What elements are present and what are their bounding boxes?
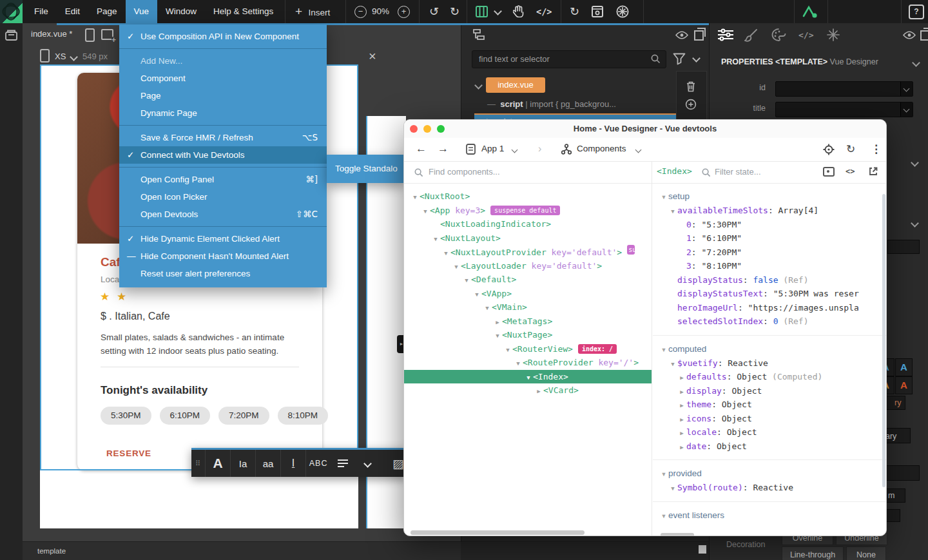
tree-node[interactable]: ▼<NuxtPage> — [404, 328, 652, 342]
state-row[interactable]: displayStatus: false (Ref) — [653, 273, 887, 287]
font-color-swatch[interactable]: A — [895, 376, 913, 394]
decoration-none[interactable]: None — [846, 546, 886, 560]
copy-frames-icon[interactable] — [694, 30, 704, 41]
inspect-target-icon[interactable] — [823, 144, 835, 155]
hand-tool-button[interactable] — [513, 5, 524, 17]
text-style-button-aa[interactable]: aa — [255, 450, 280, 477]
section-chevron[interactable] — [911, 159, 919, 167]
tab-effects-sparkle-icon[interactable] — [827, 28, 840, 41]
app-selector[interactable]: App 1 — [481, 144, 504, 153]
window-titlebar[interactable]: Home - Vue Designer - Vue devtools — [404, 120, 886, 139]
screenshot-icon[interactable] — [823, 167, 835, 177]
tree-node[interactable]: ▼<RouteProvider key='/'> — [404, 356, 652, 370]
vue-submenu[interactable]: Toggle Standalo — [327, 155, 405, 183]
menu-edit[interactable]: Edit — [57, 0, 88, 23]
filter-funnel-icon[interactable] — [673, 53, 686, 65]
state-row[interactable]: ▶icons: Object — [653, 412, 887, 426]
kebab-menu-icon[interactable]: ⋮ — [871, 142, 882, 156]
frame-tab-name[interactable]: index.vue * — [31, 29, 72, 39]
state-row[interactable]: ▶display: Object — [653, 384, 887, 398]
vue-menu-item-hide-dynamic-element-clicked-a[interactable]: ✓Hide Dynamic Element Clicked Alert — [119, 230, 327, 247]
properties-header[interactable]: PROPERTIES <TEMPLATE> Vue Designer — [721, 57, 878, 66]
refresh-button[interactable]: ↻ — [570, 0, 579, 23]
state-section-header[interactable]: ▼computed — [653, 342, 887, 356]
state-row[interactable]: displayStatusText: "5:30PM was reser — [653, 287, 887, 301]
minimize-traffic-light[interactable] — [423, 125, 431, 133]
vue-menu-item-reset-user-alert-preferences[interactable]: Reset user alert preferences — [119, 265, 327, 282]
horizontal-scrollbar[interactable] — [411, 530, 585, 535]
help-button[interactable]: ? — [909, 5, 924, 19]
fit-screen-button[interactable] — [616, 5, 629, 18]
font-color-swatch[interactable]: A — [895, 358, 913, 376]
state-row[interactable]: 0: "5:30PM" — [653, 218, 887, 232]
vertical-scrollbar[interactable] — [882, 194, 885, 487]
insert-button[interactable]: + Insert — [295, 0, 330, 24]
horizontal-scrollbar[interactable] — [661, 533, 694, 536]
filter-state-input[interactable]: Filter state... — [715, 167, 761, 177]
text-style-button-a[interactable]: A — [205, 450, 230, 477]
file-node-badge[interactable]: index.vue — [486, 77, 545, 93]
eye-icon[interactable] — [903, 31, 916, 39]
vue-menu-item-use-composition-api-in-new-com[interactable]: ✓Use Composition API in New Component — [119, 28, 327, 45]
app-logo-icon[interactable] — [0, 0, 23, 23]
vue-menu-item-hide-component-hasn-t-mounted-[interactable]: —Hide Component Hasn't Mounted Alert — [119, 247, 327, 265]
align-text-icon[interactable] — [331, 450, 355, 477]
deploy-status-icon[interactable] — [802, 5, 818, 18]
duplicate-node-icon[interactable] — [685, 99, 697, 110]
breakpoint-label[interactable]: XS — [55, 52, 66, 61]
state-row[interactable]: ▼availableTimeSlots: Array[4] — [653, 204, 887, 218]
chevron-down-icon[interactable] — [355, 450, 380, 477]
undo-button[interactable]: ↺ — [429, 0, 439, 23]
drag-handle-icon[interactable]: ⠿ — [191, 459, 205, 468]
close-traffic-light[interactable] — [410, 125, 418, 133]
title-field[interactable] — [775, 102, 913, 117]
refresh-button[interactable]: ↻ — [846, 142, 855, 156]
state-row[interactable]: ▶defaults: Object (Computed) — [653, 370, 887, 384]
zoom-out-button[interactable]: − — [354, 6, 367, 18]
close-icon[interactable]: × — [369, 49, 376, 64]
state-row[interactable]: ▼Symbol(route): Reactive — [653, 481, 887, 495]
chevron-down-icon[interactable] — [912, 59, 920, 67]
tree-node[interactable]: ▼<LayoutLoader key='default'> — [404, 259, 652, 273]
state-section-header[interactable]: ▼event listeners — [653, 508, 887, 523]
code-icon[interactable]: <> — [846, 167, 855, 176]
chevron-down-icon[interactable] — [70, 53, 78, 61]
vue-menu-item-open-icon-picker[interactable]: Open Icon Picker — [119, 188, 327, 206]
text-style-button-abc[interactable]: ABC — [305, 450, 331, 477]
chevron-down-icon[interactable] — [494, 7, 502, 15]
text-style-button-i[interactable]: I — [280, 450, 305, 477]
section-selector[interactable]: Components — [577, 144, 626, 153]
add-frame-icon[interactable] — [101, 29, 113, 40]
state-row[interactable]: selectedSlotIndex: 0 (Ref) — [653, 314, 887, 329]
state-section-header[interactable]: ▼provided — [653, 466, 887, 481]
id-field[interactable] — [775, 81, 913, 97]
vue-menu-item-connect-with-vue-devtools[interactable]: ✓Connect with Vue Devtools — [119, 146, 327, 164]
tab-theme-palette-icon[interactable] — [771, 28, 786, 41]
state-row[interactable]: ▶theme: Object — [653, 398, 887, 412]
zoom-traffic-light[interactable] — [437, 125, 445, 133]
state-row[interactable]: 3: "8:10PM" — [653, 259, 887, 273]
zoom-level[interactable]: 90% — [372, 0, 389, 23]
tree-node[interactable]: ▶<VCard> — [404, 383, 652, 398]
tree-node[interactable]: ▼<RouterView>index: / — [404, 342, 652, 356]
tab-properties-sliders-icon[interactable] — [717, 28, 734, 41]
vue-menu-item-open-devtools[interactable]: Open Devtools⇧⌘C — [119, 206, 327, 223]
eye-icon[interactable] — [675, 31, 688, 39]
tree-node[interactable]: ▼<NuxtLayout> — [404, 231, 652, 246]
decoration-line-through[interactable]: Line-through — [782, 546, 844, 560]
tree-node[interactable]: ▼<Index> — [404, 370, 652, 384]
script-node[interactable]: — script | import { pg_backgrou... — [487, 99, 616, 109]
tree-node[interactable]: ▼<Default> — [404, 273, 652, 287]
assets-drawer-icon[interactable] — [5, 30, 17, 41]
state-row[interactable]: heroImageUrl: "https://images.unspla — [653, 301, 887, 315]
copy-frames-icon[interactable] — [920, 30, 928, 41]
section-chevron[interactable] — [911, 219, 919, 227]
chevron-down-icon[interactable] — [692, 54, 701, 63]
vue-menu-item-page[interactable]: Page — [119, 87, 327, 104]
tree-node[interactable]: ▼<VApp> — [404, 287, 652, 301]
search-input[interactable]: find text or selector — [472, 50, 666, 68]
menu-help-settings[interactable]: Help & Settings — [205, 0, 282, 23]
vue-menu-item-dynamic-page[interactable]: Dynamic Page — [119, 104, 327, 122]
vue-menu-item-open-config-panel[interactable]: Open Config Panel⌘] — [119, 171, 327, 188]
back-button[interactable]: ← — [416, 142, 427, 155]
